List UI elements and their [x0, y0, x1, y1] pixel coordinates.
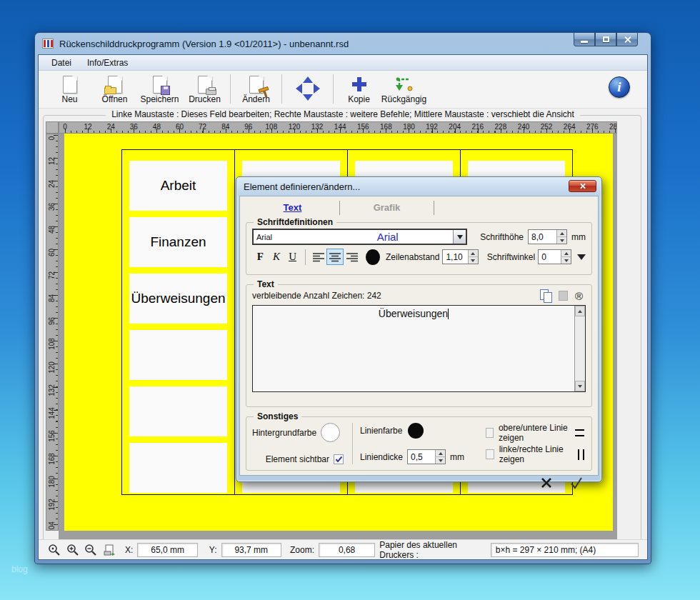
change-button[interactable]: Ändern — [234, 72, 279, 108]
line-width-value[interactable]: 0,5 — [408, 450, 435, 464]
label-cell[interactable] — [129, 330, 227, 380]
new-button[interactable]: Neu — [47, 72, 92, 108]
undo-button[interactable]: Rückgängig — [381, 72, 426, 108]
tab-text[interactable]: Text — [246, 201, 340, 215]
font-size-unit: mm — [571, 232, 586, 242]
dialog-close-button[interactable] — [569, 180, 596, 192]
scroll-down-button[interactable] — [575, 381, 585, 391]
element-visible-checkbox[interactable] — [334, 454, 344, 464]
move-view-button[interactable] — [285, 72, 330, 108]
label-cell[interactable] — [129, 386, 227, 436]
ruler-number: 48 — [153, 123, 161, 131]
dialog-button-row — [246, 474, 592, 491]
ruler-number: 72 — [48, 269, 56, 283]
maximize-button[interactable] — [595, 33, 616, 46]
menu-datei[interactable]: Datei — [44, 56, 79, 69]
paper-value-field: b×h = 297 × 210 mm; (A4) — [491, 543, 639, 557]
zoom-reset-button[interactable] — [47, 542, 61, 558]
italic-button[interactable]: K — [269, 249, 285, 265]
line-color-label: Linienfarbe — [360, 426, 402, 436]
ruler-number: 108 — [48, 337, 56, 351]
line-color-button[interactable] — [408, 423, 424, 439]
spin-down-icon[interactable] — [561, 257, 571, 264]
y-value-field: 93,7 mm — [221, 543, 282, 557]
menu-info-extras[interactable]: Info/Extras — [80, 56, 135, 69]
font-family-combo[interactable]: Arial Arial — [252, 229, 467, 245]
line-spacing-value[interactable]: 1,10 — [443, 250, 467, 264]
align-left-button[interactable] — [310, 249, 327, 265]
dialog-title-bar[interactable]: Element definieren/ändern... — [236, 177, 601, 196]
ruler-number: 60 — [48, 246, 56, 260]
line-width-label: Liniendicke — [360, 452, 403, 462]
zoom-out-button[interactable] — [84, 542, 98, 558]
tab-grafik[interactable]: Grafik — [340, 201, 434, 215]
copy-button[interactable]: Kopie — [336, 72, 381, 108]
zoom-out-icon — [84, 544, 97, 556]
font-size-value[interactable]: 8,0 — [529, 230, 556, 244]
spin-up-icon[interactable] — [561, 250, 571, 257]
font-color-button[interactable] — [366, 249, 380, 265]
save-button[interactable]: Speichern — [137, 72, 182, 108]
minimize-button[interactable] — [574, 33, 595, 46]
ruler-number: 144 — [334, 123, 346, 131]
status-bar: X: 65,0 mm Y: 93,7 mm Zoom: 0,68 Papier … — [39, 539, 647, 559]
line-spacing-spinner[interactable]: 1,10 — [442, 249, 478, 264]
spin-down-icon[interactable] — [436, 457, 445, 464]
checkmark-icon — [335, 456, 343, 463]
app-icon — [42, 39, 54, 49]
close-button[interactable] — [616, 33, 638, 46]
ruler-number: 132 — [48, 383, 56, 397]
info-icon[interactable]: i — [609, 76, 630, 98]
text-edit-area[interactable]: Überweisungen — [252, 305, 586, 392]
vertical-lines-icon — [578, 449, 584, 460]
spin-down-icon[interactable] — [557, 237, 566, 244]
bg-color-label: Hintergrundfarbe — [252, 428, 316, 438]
title-bar[interactable]: Rückenschilddruckprogramm (Version 1.9 <… — [35, 33, 651, 54]
label-cell[interactable]: Arbeit — [129, 161, 227, 211]
ok-button[interactable] — [568, 474, 585, 491]
label-cell[interactable]: Finanzen — [129, 217, 227, 267]
textarea-scrollbar[interactable] — [574, 306, 585, 391]
move-arrows-icon — [294, 75, 321, 102]
toolbar-separator — [230, 74, 231, 104]
zoom-in-button[interactable] — [66, 542, 80, 558]
font-combo-dropdown-button[interactable] — [453, 230, 466, 244]
close-icon — [624, 36, 631, 44]
bg-color-button[interactable] — [321, 423, 340, 442]
font-angle-value[interactable]: 0 — [539, 250, 561, 264]
spin-up-icon[interactable] — [469, 250, 478, 257]
scroll-up-button[interactable] — [575, 306, 585, 316]
registered-symbol-button[interactable]: ® — [575, 290, 583, 302]
print-button[interactable]: Drucken — [182, 72, 227, 108]
label-cell[interactable]: Überweisungen — [129, 274, 227, 324]
ruler-number: 0 — [48, 134, 56, 146]
line-width-spinner[interactable]: 0,5 — [407, 449, 446, 464]
underline-button[interactable]: U — [284, 249, 301, 265]
cancel-button[interactable] — [538, 474, 555, 491]
x-label: X: — [125, 545, 133, 555]
misc-groupbox-legend: Sonstiges — [254, 411, 301, 421]
open-button[interactable]: Öffnen — [92, 72, 137, 108]
bold-button[interactable]: F — [252, 249, 269, 265]
font-size-spinner[interactable]: 8,0 — [528, 229, 567, 244]
align-right-button[interactable] — [344, 249, 361, 265]
angle-dropdown-icon[interactable] — [577, 254, 586, 260]
horizontal-ruler: 0122436486072849610812013214415616818019… — [59, 121, 617, 134]
toolbar: Neu Öffnen Speichern Drucken Ändern — [39, 71, 647, 109]
font-family-edit[interactable]: Arial — [254, 230, 322, 244]
ruler-corner — [46, 121, 59, 134]
top-bottom-line-checkbox[interactable] — [486, 428, 494, 438]
align-center-button[interactable] — [326, 249, 344, 265]
copy-text-icon[interactable] — [540, 289, 551, 302]
text-content[interactable]: Überweisungen — [379, 308, 448, 319]
dialog-tabs: Text Grafik — [246, 199, 592, 216]
left-right-line-checkbox[interactable] — [486, 449, 494, 459]
spin-up-icon[interactable] — [557, 230, 566, 237]
ruler-number: 168 — [380, 123, 392, 131]
label-cell[interactable] — [129, 443, 227, 493]
font-angle-spinner[interactable]: 0 — [538, 249, 571, 264]
ruler-number: 24 — [48, 177, 56, 191]
page-setup-button[interactable] — [102, 542, 116, 558]
spin-up-icon[interactable] — [436, 450, 445, 457]
spin-down-icon[interactable] — [469, 257, 478, 264]
